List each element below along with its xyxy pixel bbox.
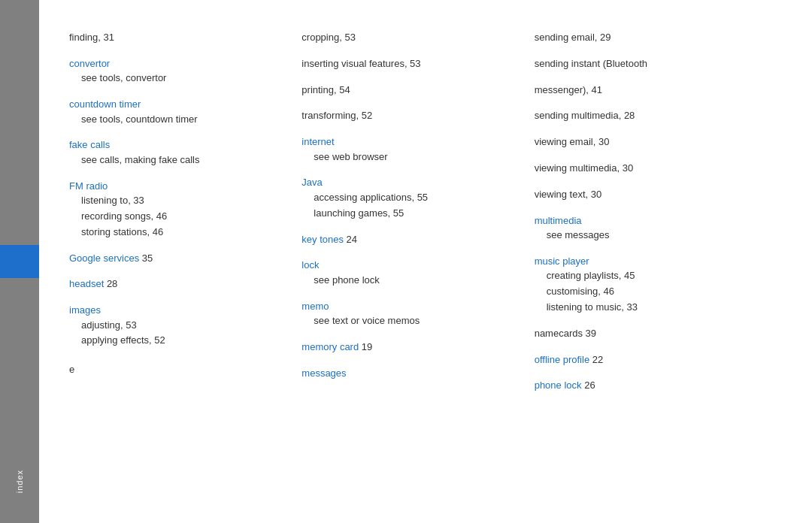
sendingmultimedia-text: sending multimedia, 28 (535, 110, 635, 121)
entry-memorycard: memory card 19 (301, 340, 519, 355)
viewingtext-text: viewing text, 30 (535, 189, 602, 200)
fakecalls-sub: see calls, making fake calls (69, 153, 286, 168)
messages-title: messages (301, 366, 519, 381)
page-letter: e (69, 364, 286, 375)
entry-headset: headset 28 (69, 277, 286, 292)
entry-memo: memo see text or voice memos (301, 299, 519, 329)
entry-musicplayer: music player creating playlists, 45 cust… (535, 254, 752, 316)
entry-fakecalls: fake calls see calls, making fake calls (69, 138, 286, 168)
entry-cropping: cropping, 53 (301, 30, 519, 46)
entry-sendingmultimedia: sending multimedia, 28 (535, 108, 752, 124)
entry-lock: lock see phone lock (301, 258, 519, 288)
messenger-text: messenger), 41 (535, 84, 602, 95)
entry-internet: internet see web browser (301, 135, 519, 165)
images-sub0: adjusting, 53 (69, 318, 286, 334)
images-title: images (69, 303, 286, 318)
printing-text: printing, 54 (301, 84, 350, 95)
headset-title: headset (69, 278, 104, 289)
sidebar-label: index (15, 470, 24, 493)
phonelock-title: phone lock (535, 379, 582, 391)
java-sub0: accessing applications, 55 (301, 190, 519, 206)
entry-viewingemail: viewing email, 30 (535, 135, 752, 150)
content-area: finding, 31 convertor see tools, convert… (39, 0, 812, 523)
internet-sub: see web browser (301, 150, 519, 165)
keytones-title: key tones (301, 234, 344, 245)
entry-convertor: convertor see tools, convertor (69, 56, 286, 86)
fmradio-sub0: listening to, 33 (69, 193, 286, 209)
offlineprofile-title: offline profile (535, 354, 589, 365)
memo-title: memo (301, 299, 519, 314)
transforming-text: transforming, 52 (301, 110, 372, 121)
entry-phonelock: phone lock 26 (535, 378, 752, 394)
entry-sendingemail: sending email, 29 (535, 30, 752, 46)
entry-finding: finding, 31 (69, 30, 286, 46)
lock-title: lock (301, 258, 519, 273)
countdown-sub: see tools, countdown timer (69, 112, 286, 128)
sendingemail-text: sending email, 29 (535, 32, 611, 43)
convertor-sub: see tools, convertor (69, 71, 286, 86)
musicplayer-title: music player (535, 254, 752, 269)
memo-sub: see text or voice memos (301, 313, 519, 329)
viewingemail-text: viewing email, 30 (535, 136, 610, 147)
entry-messenger: messenger), 41 (535, 83, 752, 98)
finding-text: finding, 31 (69, 32, 114, 43)
column-3: sending email, 29 sending instant (Bluet… (535, 30, 767, 493)
keytones-num: 24 (344, 234, 357, 245)
namecards-text: namecards 39 (535, 328, 596, 339)
inserting-text: inserting visual features, 53 (301, 58, 420, 69)
entry-countdown: countdown timer see tools, countdown tim… (69, 97, 286, 127)
cropping-text: cropping, 53 (301, 32, 356, 43)
musicplayer-sub2: listening to music, 33 (535, 300, 752, 316)
headset-num: 28 (104, 278, 117, 289)
memorycard-title: memory card (301, 341, 359, 352)
entry-sendinginstant: sending instant (Bluetooth (535, 56, 752, 72)
offlineprofile-num: 22 (589, 354, 603, 365)
phonelock-num: 26 (582, 379, 595, 391)
countdown-title: countdown timer (69, 97, 286, 112)
entry-fmradio: FM radio listening to, 33 recording song… (69, 179, 286, 240)
images-sub1: applying effects, 52 (69, 333, 286, 349)
entry-keytones: key tones 24 (301, 232, 519, 248)
java-sub1: launching games, 55 (301, 206, 519, 222)
java-title: Java (301, 175, 519, 190)
entry-transforming: transforming, 52 (301, 108, 519, 124)
entry-printing: printing, 54 (301, 83, 519, 98)
sidebar: index (0, 0, 39, 523)
entry-images: images adjusting, 53 applying effects, 5… (69, 303, 286, 349)
entry-offlineprofile: offline profile 22 (535, 352, 752, 368)
google-num: 35 (139, 252, 153, 264)
musicplayer-sub1: customising, 46 (535, 284, 752, 300)
internet-title: internet (301, 135, 519, 150)
lock-sub: see phone lock (301, 273, 519, 289)
entry-namecards: namecards 39 (535, 326, 752, 342)
entry-java: Java accessing applications, 55 launchin… (301, 175, 519, 221)
entry-viewingmultimedia: viewing multimedia, 30 (535, 161, 752, 177)
convertor-title: convertor (69, 56, 286, 71)
entry-google: Google services 35 (69, 251, 286, 267)
musicplayer-sub0: creating playlists, 45 (535, 268, 752, 284)
column-2: cropping, 53 inserting visual features, … (301, 30, 534, 493)
fmradio-sub2: storing stations, 46 (69, 225, 286, 240)
column-1: finding, 31 convertor see tools, convert… (69, 30, 301, 493)
sendinginstant-text: sending instant (Bluetooth (535, 58, 647, 69)
google-title: Google services (69, 252, 139, 264)
viewingmultimedia-text: viewing multimedia, 30 (535, 162, 634, 174)
entry-messages: messages (301, 366, 519, 381)
entry-multimedia: multimedia see messages (535, 213, 752, 243)
sidebar-highlight (0, 245, 39, 278)
memorycard-num: 19 (359, 341, 372, 352)
multimedia-sub: see messages (535, 228, 752, 243)
fmradio-sub1: recording songs, 46 (69, 209, 286, 225)
entry-viewingtext: viewing text, 30 (535, 187, 752, 203)
entry-inserting: inserting visual features, 53 (301, 56, 519, 72)
fmradio-title: FM radio (69, 179, 286, 194)
page-container: index finding, 31 convertor see tools, c… (0, 0, 812, 523)
multimedia-title: multimedia (535, 213, 752, 228)
fakecalls-title: fake calls (69, 138, 286, 153)
